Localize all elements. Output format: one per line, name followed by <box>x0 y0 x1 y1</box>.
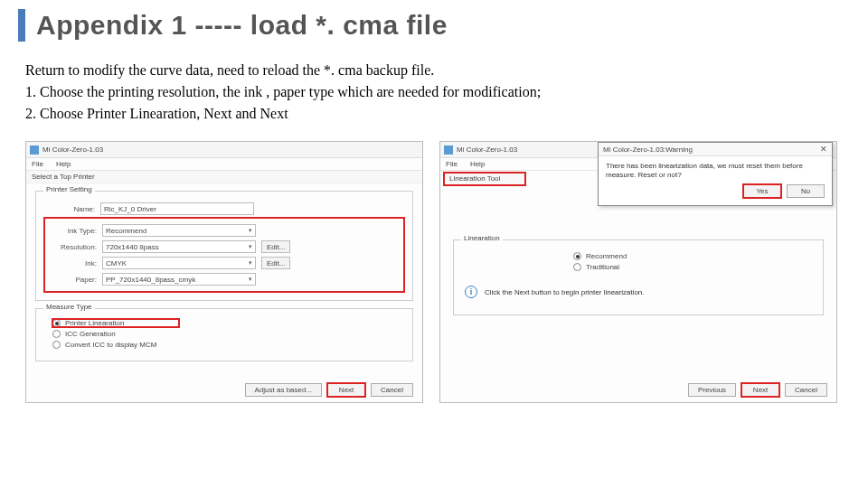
radio-icon <box>52 319 61 327</box>
group-measure-type: Measure Type Printer Linearation ICC Gen… <box>35 308 413 361</box>
dialog-titlebar: Mi Color-Zero-1.03:Warning ✕ <box>599 143 832 156</box>
section-heading: Select a Top Printer <box>26 171 422 183</box>
step-1: 1. Choose the printing resolution, the i… <box>25 81 843 103</box>
window-title: Mi Color-Zero-1.03 <box>457 145 517 154</box>
select-inktype[interactable]: Recommend ▾ <box>102 224 256 237</box>
radio-printer-linearation[interactable]: Printer Linearation <box>52 319 179 327</box>
radio-traditional[interactable]: Traditional <box>573 263 812 271</box>
menu-file[interactable]: File <box>32 160 43 168</box>
label-paper: Paper: <box>47 276 97 284</box>
app-icon <box>30 145 39 155</box>
row-resolution: Resolution: 720x1440 8pass ▾ Edit... <box>47 240 401 253</box>
group-label-measure: Measure Type <box>43 303 95 311</box>
radio-convert-icc[interactable]: Convert ICC to display MCM <box>52 341 403 349</box>
edit-ink-button[interactable]: Edit... <box>261 257 290 269</box>
highlighted-settings-block: Ink Type: Recommend ▾ Resolution: 720x14… <box>43 217 405 293</box>
group-label-linearation: Linearation <box>461 234 503 242</box>
screenshots-row: Mi Color-Zero-1.03 File Help Select a To… <box>25 141 843 403</box>
screenshot-printer-settings: Mi Color-Zero-1.03 File Help Select a To… <box>25 141 423 403</box>
menu-help[interactable]: Help <box>470 160 485 168</box>
menu-bar: File Help <box>26 158 422 171</box>
select-resolution[interactable]: 720x1440 8pass ▾ <box>102 240 256 253</box>
no-button[interactable]: No <box>787 184 825 198</box>
select-paper[interactable]: PP_720x1440_8pass_cmyk ▾ <box>102 273 256 286</box>
radio-icc-generation[interactable]: ICC Generation <box>52 330 403 338</box>
chevron-down-icon: ▾ <box>249 227 252 234</box>
info-row: i Click the Next button to begin printer… <box>465 286 812 298</box>
radio-recommend[interactable]: Recommend <box>573 252 812 260</box>
radio-icon <box>52 341 61 349</box>
row-inktype: Ink Type: Recommend ▾ <box>47 224 401 237</box>
next-button[interactable]: Next <box>741 383 779 397</box>
select-paper-value: PP_720x1440_8pass_cmyk <box>106 276 195 284</box>
step-2: 2. Choose Printer Linearation, Next and … <box>25 103 843 125</box>
intro-line: Return to modify the curve data, need to… <box>25 60 843 81</box>
info-text: Click the Next button to begin printer l… <box>485 288 645 296</box>
row-name: Name: Ric_KJ_0 Driver <box>45 202 403 215</box>
radio-label-traditional: Traditional <box>586 263 619 271</box>
group-linearation: Linearation Recommend Traditional i Clic… <box>453 239 824 315</box>
warning-dialog: Mi Color-Zero-1.03:Warning ✕ There has b… <box>598 142 833 206</box>
chevron-down-icon: ▾ <box>249 276 252 283</box>
select-resolution-value: 720x1440 8pass <box>106 243 159 251</box>
slide-title: Appendix 1 ----- load *. cma file <box>36 10 448 41</box>
radio-label-linearation: Printer Linearation <box>65 319 124 327</box>
chevron-down-icon: ▾ <box>249 243 252 250</box>
group-printer-setting: Printer Setting Name: Ric_KJ_0 Driver In… <box>35 191 413 301</box>
group-label-printer: Printer Setting <box>43 185 95 193</box>
radio-icon <box>573 252 581 260</box>
edit-resolution-button[interactable]: Edit... <box>261 240 290 253</box>
label-ink: Ink: <box>47 259 97 267</box>
previous-button[interactable]: Previous <box>688 383 736 397</box>
dialog-buttons: Yes No <box>599 184 832 200</box>
input-name-value: Ric_KJ_0 Driver <box>104 205 156 213</box>
footer-buttons: Previous Next Cancel <box>688 383 827 397</box>
menu-file[interactable]: File <box>446 160 458 168</box>
select-inktype-value: Recommend <box>106 227 146 235</box>
select-ink-value: CMYK <box>106 259 127 267</box>
close-icon[interactable]: ✕ <box>820 145 827 154</box>
adjust-button[interactable]: Adjust as based... <box>245 383 323 397</box>
slide-title-row: Appendix 1 ----- load *. cma file <box>18 9 843 42</box>
radio-icon <box>573 263 581 271</box>
dialog-title: Mi Color-Zero-1.03:Warning <box>603 145 693 154</box>
section-heading: Linearation Tool <box>444 173 525 185</box>
radio-label-convert: Convert ICC to display MCM <box>65 341 156 349</box>
radio-label-icc: ICC Generation <box>65 330 116 338</box>
info-icon: i <box>465 286 477 298</box>
radio-label-recommend: Recommend <box>586 252 627 260</box>
radio-icon <box>52 330 61 338</box>
row-paper: Paper: PP_720x1440_8pass_cmyk ▾ <box>47 273 401 286</box>
dialog-message: There has been linearization data, we mu… <box>599 156 832 184</box>
cancel-button[interactable]: Cancel <box>371 383 413 397</box>
label-resolution: Resolution: <box>47 243 97 251</box>
yes-button[interactable]: Yes <box>743 184 781 198</box>
input-name[interactable]: Ric_KJ_0 Driver <box>100 202 254 215</box>
select-ink[interactable]: CMYK ▾ <box>102 257 256 269</box>
label-name: Name: <box>45 205 95 213</box>
menu-help[interactable]: Help <box>56 160 71 168</box>
cancel-button[interactable]: Cancel <box>785 383 827 397</box>
app-icon <box>444 145 453 155</box>
row-ink: Ink: CMYK ▾ Edit... <box>47 257 401 269</box>
chevron-down-icon: ▾ <box>249 259 252 267</box>
window-title: Mi Color-Zero-1.03 <box>42 145 103 154</box>
slide-body: Return to modify the curve data, need to… <box>25 60 843 125</box>
screenshot-linearation-tool: Mi Color-Zero-1.03 File Help Linearation… <box>439 141 837 403</box>
window-titlebar: Mi Color-Zero-1.03 <box>26 142 422 158</box>
label-inktype: Ink Type: <box>47 227 97 235</box>
footer-buttons: Adjust as based... Next Cancel <box>245 383 414 397</box>
next-button[interactable]: Next <box>327 383 365 397</box>
title-accent-bar <box>18 9 25 42</box>
